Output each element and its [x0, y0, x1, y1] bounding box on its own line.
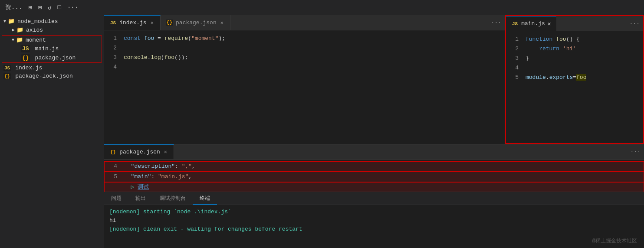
toolbar-icon-more[interactable]: ···: [66, 3, 80, 12]
code-line-highlighted: 5 "main": "main.js",: [104, 172, 644, 182]
debug-link[interactable]: 调试: [138, 184, 149, 190]
code-line: 4: [506, 63, 643, 73]
watermark: @稀土掘金技术社区: [592, 237, 637, 245]
code-line: 4: [104, 62, 505, 72]
terminal-line: [nodemon] clean exit - waiting for chang…: [109, 225, 639, 234]
js-file-icon: JS: [3, 65, 11, 71]
sidebar-item-node-modules[interactable]: ▼ 📁 node_modules: [0, 17, 104, 26]
package-json-code-area[interactable]: 4 "description": ",", 5 "main": "main.js…: [104, 160, 644, 192]
json-file-icon: {}: [21, 54, 30, 62]
chevron-down-icon: ▼: [3, 19, 6, 24]
tab-label: package.json: [119, 149, 160, 155]
terminal-tab-issues[interactable]: 问题: [104, 192, 128, 205]
code-line-highlighted: 4 "description": ",",: [104, 161, 644, 172]
chevron-right-icon: ▶: [12, 27, 15, 33]
folder-icon: 📁: [16, 36, 23, 43]
sidebar-item-label: node_modules: [17, 18, 58, 25]
tab-package-json-bottom[interactable]: {} package.json ✕: [104, 144, 174, 159]
tab-label: index.js: [119, 20, 146, 26]
bottom-tab-bar: {} package.json ✕ ···: [104, 144, 644, 160]
sidebar-item-label: package.json: [35, 55, 76, 61]
close-tab-icon[interactable]: ✕: [219, 19, 225, 26]
sidebar-item-label: index.js: [15, 65, 42, 71]
split-tab-main-js[interactable]: JS main.js ✕: [506, 16, 556, 31]
terminal-line: [nodemon] starting `node .\index.js`: [109, 208, 639, 216]
top-toolbar: 资... ⊞ ⊟ ↺ □ ···: [0, 0, 644, 15]
tab-label: 输出: [135, 195, 146, 202]
bottom-section: {} package.json ✕ ··· 4 "description": "…: [104, 144, 644, 248]
split-editor-pane: JS main.js ✕ ··· 1 function foo() { 2 re…: [505, 15, 644, 144]
tab-index-js[interactable]: JS index.js ✕: [104, 15, 161, 30]
sidebar-item-main-js[interactable]: JS main.js: [2, 44, 102, 53]
tab-label: 问题: [111, 195, 122, 202]
folder-icon: 📁: [16, 26, 23, 33]
terminal-tab-output[interactable]: 输出: [128, 192, 153, 205]
terminal-section: 问题 输出 调试控制台 终端 [nodemon] starting `node …: [104, 192, 644, 248]
index-js-code-area[interactable]: 1 const foo = require("moment"); 2 3 con…: [104, 30, 505, 144]
toolbar-icon-1[interactable]: 资...: [3, 3, 24, 12]
close-tab-icon[interactable]: ✕: [163, 148, 168, 156]
toolbar-icon-4[interactable]: ↺: [46, 3, 53, 12]
sidebar: ▼ 📁 node_modules ▶ 📁 axios ▼ 📁 moment JS…: [0, 15, 104, 248]
editor-area: JS index.js ✕ {} package.json ✕ ··· 1 co…: [104, 15, 644, 248]
tab-label: 调试控制台: [160, 195, 186, 202]
sidebar-item-axios[interactable]: ▶ 📁 axios: [0, 26, 104, 34]
main-js-code-area[interactable]: 1 function foo() { 2 return 'hi' 3 } 4: [506, 31, 643, 143]
bottom-editor: {} package.json ✕ ··· 4 "description": "…: [104, 144, 644, 192]
sidebar-item-label: package-lock.json: [15, 73, 73, 79]
toolbar-icon-3[interactable]: ⊟: [36, 3, 43, 12]
code-line: 3 console.log(foo());: [104, 53, 505, 62]
sidebar-item-label: main.js: [35, 46, 59, 52]
code-line: 2 return 'hi': [506, 44, 643, 54]
sidebar-item-index-js[interactable]: JS index.js: [0, 64, 104, 72]
chevron-down-icon: ▼: [12, 38, 14, 42]
folder-icon: 📁: [8, 18, 15, 25]
sidebar-item-label: moment: [26, 37, 46, 43]
run-icon[interactable]: ▷: [131, 184, 135, 190]
terminal-line: hi: [109, 216, 639, 225]
terminal-content[interactable]: [nodemon] starting `node .\index.js` hi …: [104, 205, 644, 248]
code-line: 2: [104, 43, 505, 53]
sidebar-item-package-lock-json[interactable]: {} package-lock.json: [0, 72, 104, 80]
json-file-icon: {}: [3, 73, 11, 79]
split-tab-bar: JS main.js ✕ ···: [506, 16, 643, 31]
toolbar-icon-2[interactable]: ⊞: [26, 3, 33, 12]
main-layout: ▼ 📁 node_modules ▶ 📁 axios ▼ 📁 moment JS…: [0, 15, 644, 248]
code-line: 1 const foo = require("moment");: [104, 34, 505, 43]
json-file-icon: {}: [166, 20, 173, 26]
code-line: 5 module.exports=foo: [506, 73, 643, 82]
main-editor-pane: JS index.js ✕ {} package.json ✕ ··· 1 co…: [104, 15, 505, 144]
split-editor-more-button[interactable]: ···: [626, 16, 643, 31]
sidebar-item-label: axios: [26, 27, 43, 33]
code-line: 3 }: [506, 54, 643, 63]
js-file-icon: JS: [511, 21, 519, 27]
code-line-debug: 5 ▷ 调试: [104, 182, 644, 192]
main-tab-bar: JS index.js ✕ {} package.json ✕ ···: [104, 15, 505, 30]
js-file-icon: JS: [21, 45, 30, 52]
terminal-tab-bar: 问题 输出 调试控制台 终端: [104, 192, 644, 205]
tab-label: 终端: [200, 195, 210, 202]
json-file-icon: {}: [109, 149, 117, 155]
terminal-tab-terminal[interactable]: 终端: [193, 192, 217, 205]
editor-more-button[interactable]: ···: [488, 15, 505, 30]
close-split-tab-icon[interactable]: ✕: [548, 20, 551, 27]
bottom-editor-more-button[interactable]: ···: [627, 144, 644, 159]
moment-highlight-box: ▼ 📁 moment JS main.js {} package.json: [2, 35, 102, 63]
editor-top-section: JS index.js ✕ {} package.json ✕ ··· 1 co…: [104, 15, 644, 144]
js-file-icon: JS: [109, 20, 117, 26]
tab-label: package.json: [176, 20, 217, 26]
toolbar-icon-5[interactable]: □: [56, 3, 63, 12]
sidebar-item-moment[interactable]: ▼ 📁 moment: [2, 36, 102, 44]
toolbar-icons: 资... ⊞ ⊟ ↺ □ ···: [3, 3, 80, 12]
code-line: 1 function foo() {: [506, 35, 643, 44]
terminal-tab-debug-console[interactable]: 调试控制台: [153, 192, 193, 205]
split-tab-label: main.js: [521, 20, 545, 27]
sidebar-item-package-json-inner[interactable]: {} package.json: [2, 53, 102, 62]
tab-package-json[interactable]: {} package.json ✕: [161, 15, 230, 30]
close-tab-icon[interactable]: ✕: [149, 19, 155, 26]
